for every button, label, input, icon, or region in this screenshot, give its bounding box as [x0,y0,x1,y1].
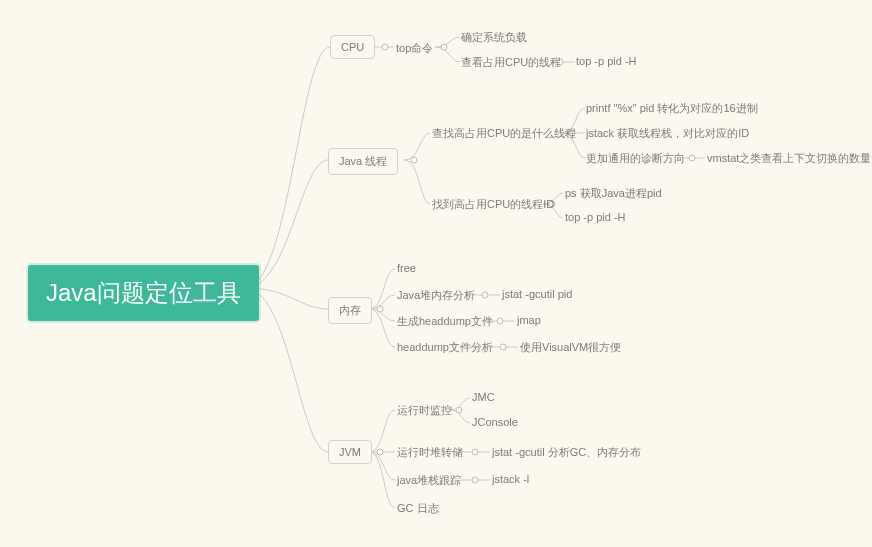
svg-point-14 [472,477,478,483]
svg-point-9 [497,318,503,324]
svg-point-5 [689,155,695,161]
svg-point-11 [377,449,383,455]
root-node[interactable]: Java问题定位工具 [28,265,259,321]
svg-point-12 [456,407,462,413]
leaf-jvm-jstack[interactable]: jstack -l [492,473,529,485]
svg-point-3 [411,157,417,163]
leaf-stack-trace[interactable]: java堆栈跟踪 [397,473,461,488]
node-jvm[interactable]: JVM [328,440,372,464]
leaf-cpu-threads[interactable]: 查看占用CPU的线程 [461,55,561,70]
leaf-ps[interactable]: ps 获取Java进程pid [565,186,662,201]
node-cpu[interactable]: CPU [330,35,375,59]
node-top-cmd[interactable]: top命令 [396,41,433,56]
leaf-heap-analysis[interactable]: Java堆内存分析 [397,288,475,303]
leaf-jconsole[interactable]: JConsole [472,416,518,428]
leaf-vmstat[interactable]: vmstat之类查看上下文切换的数量 [707,151,871,166]
node-memory[interactable]: 内存 [328,297,372,324]
leaf-jstat[interactable]: jstat -gcutil pid [502,288,572,300]
leaf-find-thread[interactable]: 查找高占用CPU的是什么线程 [432,126,576,141]
svg-point-10 [500,344,506,350]
svg-point-0 [382,44,388,50]
leaf-cpu-threads-cmd[interactable]: top -p pid -H [576,55,637,67]
svg-point-8 [482,292,488,298]
leaf-jstack[interactable]: jstack 获取线程栈，对比对应的ID [586,126,749,141]
leaf-visualvm[interactable]: 使用VisualVM很方便 [520,340,621,355]
leaf-jmc[interactable]: JMC [472,391,495,403]
svg-point-7 [377,306,383,312]
leaf-free[interactable]: free [397,262,416,274]
leaf-gen-headdump[interactable]: 生成headdump文件 [397,314,493,329]
leaf-runtime-monitor[interactable]: 运行时监控 [397,403,452,418]
leaf-find-tid[interactable]: 找到高占用CPU的线程ID [432,197,554,212]
leaf-gc-log[interactable]: GC 日志 [397,501,439,516]
leaf-jvm-jstat[interactable]: jstat -gcutil 分析GC、内存分布 [492,445,641,460]
leaf-runtime-dump[interactable]: 运行时堆转储 [397,445,463,460]
svg-point-1 [441,44,447,50]
leaf-jmap[interactable]: jmap [517,314,541,326]
svg-point-13 [472,449,478,455]
leaf-headdump-analysis[interactable]: headdump文件分析 [397,340,493,355]
node-java-thread[interactable]: Java 线程 [328,148,398,175]
leaf-cpu-load[interactable]: 确定系统负载 [461,30,527,45]
leaf-more-general[interactable]: 更加通用的诊断方向 [586,151,685,166]
leaf-thread-top[interactable]: top -p pid -H [565,211,626,223]
leaf-printf[interactable]: printf "%x" pid 转化为对应的16进制 [586,101,758,116]
